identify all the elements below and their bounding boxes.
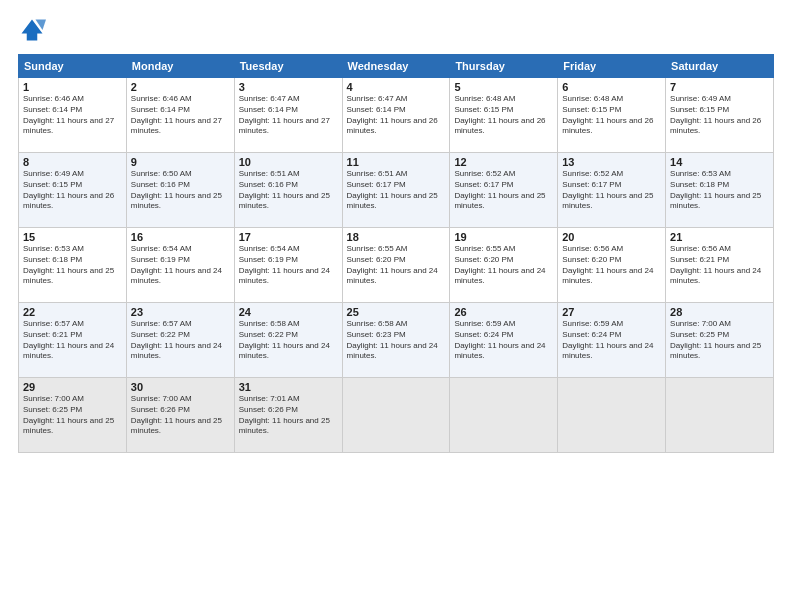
calendar-cell: 21Sunrise: 6:56 AMSunset: 6:21 PMDayligh… (666, 228, 774, 303)
day-number: 8 (23, 156, 122, 168)
header (18, 16, 774, 44)
day-info: Sunrise: 6:56 AMSunset: 6:20 PMDaylight:… (562, 244, 661, 287)
calendar-cell (666, 378, 774, 453)
day-number: 25 (347, 306, 446, 318)
calendar-cell (450, 378, 558, 453)
calendar-cell: 8Sunrise: 6:49 AMSunset: 6:15 PMDaylight… (19, 153, 127, 228)
day-number: 27 (562, 306, 661, 318)
day-info: Sunrise: 6:56 AMSunset: 6:21 PMDaylight:… (670, 244, 769, 287)
day-info: Sunrise: 6:48 AMSunset: 6:15 PMDaylight:… (454, 94, 553, 137)
calendar-cell: 25Sunrise: 6:58 AMSunset: 6:23 PMDayligh… (342, 303, 450, 378)
day-number: 7 (670, 81, 769, 93)
day-header-thursday: Thursday (450, 55, 558, 78)
calendar-cell: 22Sunrise: 6:57 AMSunset: 6:21 PMDayligh… (19, 303, 127, 378)
calendar-cell: 4Sunrise: 6:47 AMSunset: 6:14 PMDaylight… (342, 78, 450, 153)
day-number: 18 (347, 231, 446, 243)
day-info: Sunrise: 6:54 AMSunset: 6:19 PMDaylight:… (239, 244, 338, 287)
day-info: Sunrise: 6:59 AMSunset: 6:24 PMDaylight:… (562, 319, 661, 362)
day-header-tuesday: Tuesday (234, 55, 342, 78)
day-info: Sunrise: 6:55 AMSunset: 6:20 PMDaylight:… (347, 244, 446, 287)
day-info: Sunrise: 6:47 AMSunset: 6:14 PMDaylight:… (347, 94, 446, 137)
day-number: 2 (131, 81, 230, 93)
day-info: Sunrise: 7:01 AMSunset: 6:26 PMDaylight:… (239, 394, 338, 437)
day-header-saturday: Saturday (666, 55, 774, 78)
day-number: 30 (131, 381, 230, 393)
day-info: Sunrise: 6:57 AMSunset: 6:22 PMDaylight:… (131, 319, 230, 362)
day-info: Sunrise: 6:46 AMSunset: 6:14 PMDaylight:… (23, 94, 122, 137)
day-info: Sunrise: 6:54 AMSunset: 6:19 PMDaylight:… (131, 244, 230, 287)
calendar-cell: 17Sunrise: 6:54 AMSunset: 6:19 PMDayligh… (234, 228, 342, 303)
calendar-week-5: 29Sunrise: 7:00 AMSunset: 6:25 PMDayligh… (19, 378, 774, 453)
day-number: 11 (347, 156, 446, 168)
calendar-cell: 19Sunrise: 6:55 AMSunset: 6:20 PMDayligh… (450, 228, 558, 303)
day-number: 24 (239, 306, 338, 318)
calendar-cell: 11Sunrise: 6:51 AMSunset: 6:17 PMDayligh… (342, 153, 450, 228)
day-number: 23 (131, 306, 230, 318)
day-number: 22 (23, 306, 122, 318)
day-number: 14 (670, 156, 769, 168)
calendar-cell: 23Sunrise: 6:57 AMSunset: 6:22 PMDayligh… (126, 303, 234, 378)
day-info: Sunrise: 6:58 AMSunset: 6:23 PMDaylight:… (347, 319, 446, 362)
calendar-cell (558, 378, 666, 453)
day-number: 31 (239, 381, 338, 393)
day-number: 4 (347, 81, 446, 93)
day-number: 20 (562, 231, 661, 243)
day-info: Sunrise: 6:52 AMSunset: 6:17 PMDaylight:… (454, 169, 553, 212)
day-info: Sunrise: 6:57 AMSunset: 6:21 PMDaylight:… (23, 319, 122, 362)
day-number: 17 (239, 231, 338, 243)
day-info: Sunrise: 6:51 AMSunset: 6:16 PMDaylight:… (239, 169, 338, 212)
day-number: 21 (670, 231, 769, 243)
day-info: Sunrise: 6:51 AMSunset: 6:17 PMDaylight:… (347, 169, 446, 212)
logo (18, 16, 51, 44)
calendar-cell: 24Sunrise: 6:58 AMSunset: 6:22 PMDayligh… (234, 303, 342, 378)
calendar-cell: 20Sunrise: 6:56 AMSunset: 6:20 PMDayligh… (558, 228, 666, 303)
day-info: Sunrise: 6:55 AMSunset: 6:20 PMDaylight:… (454, 244, 553, 287)
day-info: Sunrise: 6:49 AMSunset: 6:15 PMDaylight:… (23, 169, 122, 212)
day-number: 5 (454, 81, 553, 93)
day-header-sunday: Sunday (19, 55, 127, 78)
day-info: Sunrise: 6:53 AMSunset: 6:18 PMDaylight:… (670, 169, 769, 212)
day-header-wednesday: Wednesday (342, 55, 450, 78)
calendar-week-3: 15Sunrise: 6:53 AMSunset: 6:18 PMDayligh… (19, 228, 774, 303)
day-number: 26 (454, 306, 553, 318)
day-number: 3 (239, 81, 338, 93)
day-info: Sunrise: 6:52 AMSunset: 6:17 PMDaylight:… (562, 169, 661, 212)
day-number: 19 (454, 231, 553, 243)
calendar-page: SundayMondayTuesdayWednesdayThursdayFrid… (0, 0, 792, 612)
day-header-monday: Monday (126, 55, 234, 78)
day-header-friday: Friday (558, 55, 666, 78)
calendar-cell: 12Sunrise: 6:52 AMSunset: 6:17 PMDayligh… (450, 153, 558, 228)
day-number: 16 (131, 231, 230, 243)
day-number: 29 (23, 381, 122, 393)
day-info: Sunrise: 6:53 AMSunset: 6:18 PMDaylight:… (23, 244, 122, 287)
day-info: Sunrise: 6:48 AMSunset: 6:15 PMDaylight:… (562, 94, 661, 137)
calendar-table: SundayMondayTuesdayWednesdayThursdayFrid… (18, 54, 774, 453)
day-number: 1 (23, 81, 122, 93)
calendar-cell: 14Sunrise: 6:53 AMSunset: 6:18 PMDayligh… (666, 153, 774, 228)
calendar-cell: 9Sunrise: 6:50 AMSunset: 6:16 PMDaylight… (126, 153, 234, 228)
calendar-week-1: 1Sunrise: 6:46 AMSunset: 6:14 PMDaylight… (19, 78, 774, 153)
calendar-cell: 15Sunrise: 6:53 AMSunset: 6:18 PMDayligh… (19, 228, 127, 303)
calendar-cell: 30Sunrise: 7:00 AMSunset: 6:26 PMDayligh… (126, 378, 234, 453)
calendar-cell: 16Sunrise: 6:54 AMSunset: 6:19 PMDayligh… (126, 228, 234, 303)
day-info: Sunrise: 6:50 AMSunset: 6:16 PMDaylight:… (131, 169, 230, 212)
day-number: 15 (23, 231, 122, 243)
day-info: Sunrise: 6:58 AMSunset: 6:22 PMDaylight:… (239, 319, 338, 362)
day-info: Sunrise: 7:00 AMSunset: 6:25 PMDaylight:… (670, 319, 769, 362)
day-info: Sunrise: 6:46 AMSunset: 6:14 PMDaylight:… (131, 94, 230, 137)
calendar-cell: 27Sunrise: 6:59 AMSunset: 6:24 PMDayligh… (558, 303, 666, 378)
day-number: 12 (454, 156, 553, 168)
calendar-cell: 5Sunrise: 6:48 AMSunset: 6:15 PMDaylight… (450, 78, 558, 153)
day-number: 10 (239, 156, 338, 168)
calendar-cell: 2Sunrise: 6:46 AMSunset: 6:14 PMDaylight… (126, 78, 234, 153)
day-number: 28 (670, 306, 769, 318)
calendar-cell (342, 378, 450, 453)
calendar-cell: 26Sunrise: 6:59 AMSunset: 6:24 PMDayligh… (450, 303, 558, 378)
calendar-header-row: SundayMondayTuesdayWednesdayThursdayFrid… (19, 55, 774, 78)
calendar-cell: 7Sunrise: 6:49 AMSunset: 6:15 PMDaylight… (666, 78, 774, 153)
calendar-cell: 6Sunrise: 6:48 AMSunset: 6:15 PMDaylight… (558, 78, 666, 153)
calendar-cell: 13Sunrise: 6:52 AMSunset: 6:17 PMDayligh… (558, 153, 666, 228)
calendar-cell: 18Sunrise: 6:55 AMSunset: 6:20 PMDayligh… (342, 228, 450, 303)
day-info: Sunrise: 6:59 AMSunset: 6:24 PMDaylight:… (454, 319, 553, 362)
day-info: Sunrise: 6:47 AMSunset: 6:14 PMDaylight:… (239, 94, 338, 137)
